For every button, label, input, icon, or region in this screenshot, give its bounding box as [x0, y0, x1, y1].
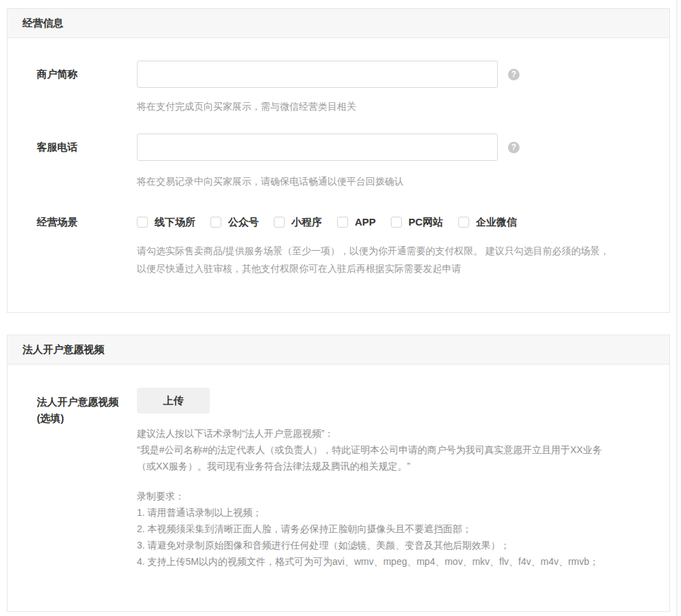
help-icon[interactable] — [508, 69, 520, 80]
video-upload-label-line1: 法人开户意愿视频 — [37, 394, 137, 410]
service-phone-field: 将在交易记录中向买家展示，请确保电话畅通以便平台回拨确认 — [137, 134, 649, 188]
service-phone-hint: 将在交易记录中向买家展示，请确保电话畅通以便平台回拨确认 — [137, 174, 649, 188]
video-script-intro: 建议法人按以下话术录制“法人开户意愿视频”： — [137, 425, 649, 442]
video-requirement-3: 3. 请避免对录制原始图像和音频进行任何处理（如滤镜、美颜、变音及其他后期效果）… — [137, 537, 649, 553]
checkbox-unchecked-icon[interactable] — [391, 217, 402, 228]
business-scenes-hint-line2: 以便尽快通过入驻审核，其他支付权限你可在入驻后再根据实际需要发起申请 — [137, 260, 649, 277]
scene-checkbox-mini-program[interactable]: 小程序 — [274, 215, 322, 228]
video-upload-field: 上传 建议法人按以下话术录制“法人开户意愿视频”： “我是#公司名称#的法定代表… — [137, 388, 649, 570]
scene-checkbox-group: 线下场所 公众号 小程序 APP — [137, 215, 649, 228]
video-requirement-1: 1. 请用普通话录制以上视频； — [137, 504, 649, 521]
section-business-info-body: 商户简称 将在支付完成页向买家展示，需与微信经营类目相关 客服电话 将在交易记录… — [7, 38, 669, 312]
business-scenes-field: 线下场所 公众号 小程序 APP — [137, 215, 649, 277]
service-phone-input[interactable] — [137, 134, 498, 161]
scrollbar-track[interactable] — [676, 0, 678, 616]
section-business-info: 经营信息 商户简称 将在支付完成页向买家展示，需与微信经营类目相关 客服电话 将… — [7, 8, 670, 313]
video-script-line2: （或XX服务）。我司现有业务符合法律法规及腾讯的相关规定。” — [137, 458, 649, 474]
scene-checkbox-official-account[interactable]: 公众号 — [210, 215, 259, 228]
video-upload-row: 法人开户意愿视频 (选填) 上传 建议法人按以下话术录制“法人开户意愿视频”： … — [7, 388, 649, 570]
help-icon[interactable] — [508, 142, 520, 153]
video-requirement-4: 4. 支持上传5M以内的视频文件，格式可为可为avi、wmv、mpeg、mp4、… — [137, 553, 649, 570]
checkbox-unchecked-icon[interactable] — [210, 217, 221, 228]
merchant-short-name-row: 商户简称 将在支付完成页向买家展示，需与微信经营类目相关 — [7, 61, 649, 113]
checkbox-unchecked-icon[interactable] — [458, 217, 469, 228]
merchant-short-name-hint: 将在支付完成页向买家展示，需与微信经营类目相关 — [137, 99, 649, 113]
video-upload-label-line2: (选填) — [37, 410, 137, 427]
video-script-line1: “我是#公司名称#的法定代表人（或负责人），特此证明本公司申请的商户号为我司真实… — [137, 442, 649, 458]
section-business-info-header: 经营信息 — [7, 9, 669, 38]
upload-button[interactable]: 上传 — [137, 388, 210, 414]
section-legal-person-video: 法人开户意愿视频 法人开户意愿视频 (选填) 上传 建议法人按以下话术录制“法人… — [7, 335, 670, 612]
merchant-short-name-label: 商户简称 — [7, 61, 137, 113]
section-legal-person-video-body: 法人开户意愿视频 (选填) 上传 建议法人按以下话术录制“法人开户意愿视频”： … — [7, 365, 669, 611]
business-scenes-row: 经营场景 线下场所 公众号 小程序 — [7, 215, 649, 277]
spacer — [137, 474, 649, 488]
service-phone-label: 客服电话 — [7, 134, 137, 188]
business-scenes-label: 经营场景 — [7, 215, 137, 277]
video-requirement-2: 2. 本视频须采集到清晰正面人脸，请务必保持正脸朝向摄像头且不要遮挡面部； — [137, 521, 649, 537]
business-scenes-hint: 请勾选实际售卖商品/提供服务场景（至少一项），以便为你开通需要的支付权限。 建议… — [137, 242, 649, 277]
scene-checkbox-offline[interactable]: 线下场所 — [137, 215, 195, 228]
merchant-short-name-input[interactable] — [137, 61, 498, 88]
video-upload-label: 法人开户意愿视频 (选填) — [7, 388, 137, 570]
scene-checkbox-app[interactable]: APP — [337, 215, 376, 228]
service-phone-row: 客服电话 将在交易记录中向买家展示，请确保电话畅通以便平台回拨确认 — [7, 134, 649, 188]
business-scenes-hint-line1: 请勾选实际售卖商品/提供服务场景（至少一项），以便为你开通需要的支付权限。 建议… — [137, 242, 649, 260]
scene-checkbox-wecom[interactable]: 企业微信 — [458, 215, 517, 228]
section-legal-person-video-header: 法人开户意愿视频 — [7, 335, 669, 365]
section-title: 法人开户意愿视频 — [22, 343, 104, 356]
section-title: 经营信息 — [22, 17, 63, 30]
checkbox-unchecked-icon[interactable] — [274, 217, 285, 228]
video-instructions: 建议法人按以下话术录制“法人开户意愿视频”： “我是#公司名称#的法定代表人（或… — [137, 425, 649, 570]
merchant-short-name-field: 将在支付完成页向买家展示，需与微信经营类目相关 — [137, 61, 649, 113]
video-requirements-title: 录制要求： — [137, 488, 649, 504]
checkbox-unchecked-icon[interactable] — [137, 217, 148, 228]
checkbox-unchecked-icon[interactable] — [337, 217, 348, 228]
scene-checkbox-pc-website[interactable]: PC网站 — [391, 215, 443, 228]
